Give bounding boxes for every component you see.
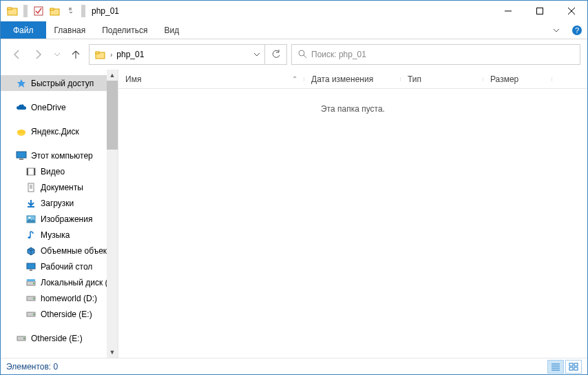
svg-point-38 [33, 314, 34, 315]
minimize-button[interactable] [492, 1, 524, 21]
help-button[interactable]: ? [567, 21, 587, 39]
svg-rect-6 [537, 8, 543, 14]
chevron-down-icon[interactable] [253, 48, 260, 61]
recent-locations-button[interactable] [52, 45, 63, 63]
back-button[interactable] [8, 45, 25, 63]
sidebar-item-documents[interactable]: Документы [1, 179, 107, 195]
documents-icon [25, 182, 36, 193]
tree-label: Видео [41, 167, 65, 176]
details-view-button[interactable] [547, 360, 564, 374]
window-title: php_01 [92, 6, 119, 16]
scrollbar-thumb[interactable] [107, 81, 118, 150]
large-icons-view-button[interactable] [565, 360, 582, 374]
column-header-size[interactable]: Размер [483, 74, 552, 84]
drive-icon [25, 293, 36, 304]
svg-point-16 [17, 130, 25, 134]
file-tab[interactable]: Файл [1, 21, 46, 39]
search-placeholder: Поиск: php_01 [311, 50, 366, 59]
svg-rect-30 [27, 263, 35, 269]
body: Быстрый доступ OneDrive Яндекс.Диск Этот… [1, 70, 587, 358]
column-header-date[interactable]: Дата изменения [304, 74, 401, 84]
sidebar-item-videos[interactable]: Видео [1, 163, 107, 179]
tree-label: Otherside (E:) [31, 334, 83, 343]
refresh-button[interactable] [265, 44, 287, 65]
tree-label: OneDrive [31, 103, 66, 112]
svg-rect-46 [574, 363, 578, 366]
tree-label: Изображения [41, 214, 92, 224]
sidebar-item-drive-e[interactable]: Otherside (E:) [1, 306, 107, 322]
sort-icon: ⌃ [292, 75, 297, 83]
tab-label: Вид [164, 26, 179, 35]
maximize-button[interactable] [524, 1, 556, 21]
column-label: Размер [490, 74, 518, 84]
drive-icon [25, 277, 36, 288]
column-label: Тип [408, 74, 421, 84]
breadcrumb-item[interactable]: php_01 [114, 50, 147, 59]
drive-icon [16, 333, 27, 344]
address-row: › php_01 Поиск: php_01 [1, 39, 587, 70]
ribbon: Файл Главная Поделиться Вид ? [1, 21, 587, 39]
sidebar-item-drive-d[interactable]: homeworld (D:) [1, 290, 107, 306]
properties-icon[interactable] [31, 3, 46, 19]
empty-folder-message: Эта папка пуста. [118, 89, 587, 114]
desktop-icon [25, 261, 36, 272]
svg-line-14 [304, 55, 306, 58]
column-header-type[interactable]: Тип [401, 74, 483, 84]
separator [81, 5, 85, 17]
sidebar-item-local-disk-c[interactable]: Локальный диск (C:) [1, 274, 107, 290]
qat-dropdown-icon[interactable] [64, 3, 79, 19]
star-icon [16, 78, 27, 89]
status-bar: Элементов: 0 [1, 358, 587, 374]
ribbon-expand-button[interactable] [546, 21, 567, 39]
tab-home[interactable]: Главная [46, 21, 94, 39]
up-button[interactable] [67, 45, 85, 63]
tree-label: Объемные объекты [41, 246, 107, 256]
sidebar-item-yandex-disk[interactable]: Яндекс.Диск [1, 123, 107, 139]
tree-label: Быстрый доступ [31, 79, 94, 88]
sidebar-item-pictures[interactable]: Изображения [1, 211, 107, 227]
svg-rect-34 [27, 279, 35, 281]
cube-icon [25, 245, 36, 256]
sidebar-item-this-pc[interactable]: Этот компьютер [1, 148, 107, 163]
svg-rect-12 [96, 52, 99, 54]
sidebar-item-downloads[interactable]: Загрузки [1, 195, 107, 211]
quick-access-toolbar [5, 3, 79, 19]
forward-button[interactable] [30, 45, 48, 63]
tab-label: Главная [54, 26, 86, 35]
address-bar[interactable]: › php_01 [89, 44, 265, 65]
svg-rect-22 [28, 183, 34, 192]
svg-rect-2 [34, 7, 43, 15]
new-folder-icon[interactable] [48, 3, 63, 19]
tab-share[interactable]: Поделиться [94, 21, 156, 39]
sidebar-item-otherside-root[interactable]: Otherside (E:) [1, 330, 107, 346]
svg-text:?: ? [575, 26, 579, 34]
sidebar-item-onedrive[interactable]: OneDrive [1, 99, 107, 115]
item-count: Элементов: 0 [6, 362, 58, 372]
navigation-pane: Быстрый доступ OneDrive Яндекс.Диск Этот… [1, 70, 118, 358]
sidebar-item-quick-access[interactable]: Быстрый доступ [1, 75, 107, 91]
close-button[interactable] [556, 1, 587, 21]
scroll-down-icon[interactable]: ▼ [107, 347, 118, 358]
svg-rect-17 [17, 152, 26, 158]
content-pane: Имя ⌃ Дата изменения Тип Размер Эта папк… [118, 70, 587, 358]
tab-view[interactable]: Вид [156, 21, 187, 39]
column-label: Имя [125, 74, 141, 84]
svg-point-13 [299, 50, 304, 56]
svg-point-40 [23, 338, 25, 339]
pictures-icon [25, 214, 36, 225]
tree-label: Музыка [41, 230, 70, 240]
search-input[interactable]: Поиск: php_01 [291, 44, 580, 65]
search-icon [297, 49, 307, 61]
sidebar-item-desktop[interactable]: Рабочий стол [1, 259, 107, 274]
svg-rect-1 [8, 8, 12, 10]
folder-icon [5, 3, 20, 19]
cloud-icon [16, 102, 27, 113]
sidebar-item-music[interactable]: Музыка [1, 227, 107, 243]
column-header-name[interactable]: Имя ⌃ [118, 74, 304, 84]
sidebar-item-3d-objects[interactable]: Объемные объекты [1, 243, 107, 259]
chevron-right-icon[interactable]: › [110, 51, 112, 59]
yandex-disk-icon [16, 126, 27, 137]
tree-label: Яндекс.Диск [31, 127, 79, 136]
explorer-window: php_01 Файл Главная Поделиться Вид ? › p… [0, 0, 588, 375]
scroll-up-icon[interactable]: ▲ [107, 70, 118, 81]
